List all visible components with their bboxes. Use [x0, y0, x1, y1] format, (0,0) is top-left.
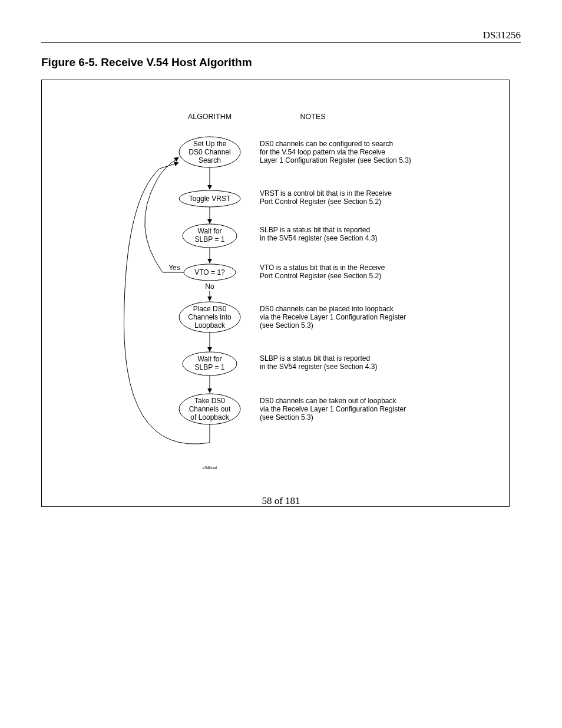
page: DS31256 Figure 6-5. Receive V.54 Host Al… — [0, 0, 562, 531]
note-6-l2: in the SV54 register (see Section 4.3) — [260, 363, 377, 371]
header-rule — [41, 42, 521, 43]
flowchart-svg: ALGORITHM NOTES Set Up the DS0 Channel S… — [42, 80, 509, 506]
note-1-l3: Layer 1 Configuration Register (see Sect… — [260, 156, 411, 164]
note-7-l2: via the Receive Layer 1 Configuration Re… — [260, 405, 406, 413]
node-wait-slbp-1-l1: Wait for — [198, 227, 222, 235]
note-1-l2: for the V.54 loop pattern via the Receiv… — [260, 148, 385, 156]
note-2-l1: VRST is a control bit that is in the Rec… — [260, 189, 392, 197]
note-4-l2: Port Control Register (see Section 5.2) — [260, 272, 381, 280]
node-take-l2: Channels out — [189, 405, 231, 413]
node-wait-slbp-2-l1: Wait for — [198, 355, 222, 363]
note-7-l3: (see Section 5.3) — [260, 413, 313, 421]
figure-title: Figure 6-5. Receive V.54 Host Algorithm — [41, 56, 521, 69]
branch-no: No — [205, 282, 214, 291]
page-number: 58 of 181 — [0, 495, 562, 507]
col-head-notes: NOTES — [300, 113, 325, 121]
branch-yes: Yes — [168, 263, 180, 272]
node-vto-decision-text: VTO = 1? — [194, 268, 225, 276]
flowchart-caption-tiny: v54host — [203, 466, 217, 470]
flowchart-frame: ALGORITHM NOTES Set Up the DS0 Channel S… — [41, 80, 510, 507]
note-1-l1: DS0 channels can be configured to search — [260, 140, 393, 148]
node-place-l3: Loopback — [194, 321, 226, 330]
note-5-l1: DS0 channels can be placed into loopback — [260, 305, 394, 313]
node-toggle-vrst-text: Toggle VRST — [189, 195, 231, 203]
note-4-l1: VTO is a status bit that is in the Recei… — [260, 263, 385, 272]
node-take-l3: of Loopback — [190, 413, 229, 421]
node-setup-l3: Search — [199, 156, 221, 164]
note-5-l2: via the Receive Layer 1 Configuration Re… — [260, 313, 406, 321]
note-6-l1: SLBP is a status bit that is reported — [260, 354, 370, 363]
node-place-l2: Channels into — [188, 313, 232, 321]
note-3-l1: SLBP is a status bit that is reported — [260, 226, 370, 234]
col-head-algorithm: ALGORITHM — [188, 113, 232, 121]
document-id: DS31256 — [41, 29, 521, 41]
note-5-l3: (see Section 5.3) — [260, 321, 313, 330]
yes-loop-arc — [145, 157, 178, 272]
note-7-l1: DS0 channels can be taken out of loopbac… — [260, 397, 396, 405]
note-2-l2: Port Control Register (see Section 5.2) — [260, 197, 381, 206]
node-setup-l2: DS0 Channel — [189, 148, 230, 156]
node-wait-slbp-2-l2: SLBP = 1 — [195, 363, 225, 371]
node-wait-slbp-1-l2: SLBP = 1 — [195, 235, 225, 243]
node-take-l1: Take DS0 — [194, 397, 225, 405]
node-setup-l1: Set Up the — [193, 140, 227, 148]
note-3-l2: in the SV54 register (see Section 4.3) — [260, 234, 377, 242]
node-place-l1: Place DS0 — [193, 305, 227, 313]
